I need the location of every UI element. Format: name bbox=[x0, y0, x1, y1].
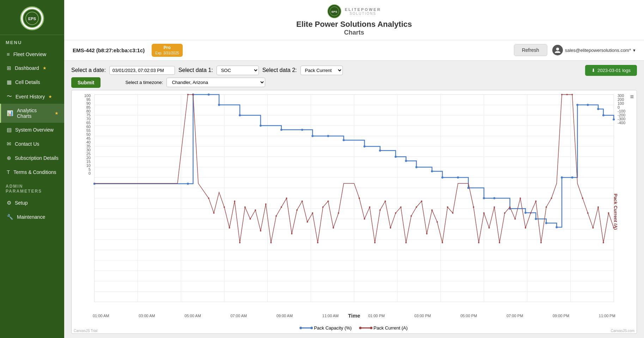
svg-point-83 bbox=[234, 200, 235, 202]
svg-point-95 bbox=[296, 209, 298, 211]
svg-point-140 bbox=[566, 94, 568, 95]
svg-point-108 bbox=[379, 209, 381, 211]
svg-point-142 bbox=[582, 197, 583, 199]
svg-point-67 bbox=[535, 218, 537, 220]
sidebar-item-system-overview[interactable]: ▤ System Overview bbox=[0, 123, 64, 137]
svg-point-86 bbox=[249, 218, 251, 219]
sidebar-item-maintenance[interactable]: 🔧 Maintenance bbox=[0, 210, 64, 224]
user-email: sales@elitepowersolutions.com* bbox=[565, 48, 631, 53]
sidebar-item-label: Setup bbox=[15, 200, 28, 206]
header-logo-icon: EPS bbox=[327, 4, 341, 18]
svg-text:EPS: EPS bbox=[332, 10, 338, 13]
svg-point-77 bbox=[187, 94, 189, 95]
svg-point-87 bbox=[255, 209, 256, 211]
legend-label-current: Pack Current (A) bbox=[373, 325, 408, 331]
canvasjs-watermark-right: CanvasJS.com bbox=[611, 329, 634, 333]
logs-button[interactable]: ⬇ 2023-03-01 logs bbox=[585, 65, 637, 76]
svg-point-139 bbox=[561, 94, 563, 95]
svg-point-131 bbox=[515, 218, 516, 219]
svg-point-61 bbox=[457, 176, 459, 179]
svg-point-135 bbox=[535, 200, 536, 202]
svg-point-146 bbox=[603, 242, 604, 243]
user-info[interactable]: sales@elitepowersolutions.com* ▾ bbox=[552, 45, 636, 55]
sidebar-item-label: Contact Us bbox=[15, 141, 39, 147]
svg-point-53 bbox=[343, 139, 345, 141]
svg-point-49 bbox=[280, 128, 282, 131]
download-icon: ⬇ bbox=[591, 68, 595, 73]
timezone-select[interactable]: Chandler, Arizona UTC US/Eastern US/Cent… bbox=[166, 78, 265, 87]
page-title-line2: Charts bbox=[73, 29, 636, 36]
sidebar-item-label: Analytics Charts bbox=[17, 108, 51, 119]
svg-point-72 bbox=[576, 104, 578, 106]
svg-point-90 bbox=[270, 242, 272, 243]
menu-label: MENU bbox=[0, 35, 64, 47]
sidebar-item-fleet-overview[interactable]: ≡ Fleet Overview bbox=[0, 47, 64, 61]
page-header: EPS ELITEPOWER SOLUTIONS Elite Power Sol… bbox=[64, 0, 644, 40]
svg-point-48 bbox=[260, 125, 262, 127]
submit-button[interactable]: Submit bbox=[71, 77, 101, 88]
svg-point-120 bbox=[442, 242, 443, 243]
svg-point-43 bbox=[187, 182, 189, 185]
svg-point-136 bbox=[540, 242, 542, 243]
date-label: Select a date: bbox=[71, 67, 106, 73]
refresh-button[interactable]: Refresh bbox=[514, 44, 547, 56]
svg-point-104 bbox=[359, 197, 360, 199]
svg-point-129 bbox=[504, 212, 505, 213]
device-id-label: EMS-442 (b8:27:eb:ba:c3:1c) bbox=[73, 47, 145, 53]
analytics-charts-icon: 📊 bbox=[7, 110, 13, 116]
data2-select[interactable]: Pack Current SOC Voltage Temperature bbox=[300, 66, 343, 75]
sidebar-item-label: Cell Details bbox=[15, 79, 40, 85]
svg-point-64 bbox=[493, 197, 496, 199]
svg-point-111 bbox=[395, 212, 396, 213]
sidebar-item-contact-us[interactable]: ✉ Contact Us bbox=[0, 137, 64, 151]
sidebar-item-cell-details[interactable]: ▦ Cell Details bbox=[0, 75, 64, 89]
sidebar-item-label: Subscription Details bbox=[15, 155, 59, 161]
svg-point-124 bbox=[478, 242, 479, 243]
svg-point-91 bbox=[275, 215, 277, 217]
logs-label: 2023-03-01 logs bbox=[597, 68, 631, 73]
sidebar-item-label: Event History bbox=[16, 94, 45, 99]
legend-pack-current: Pack Current (A) bbox=[360, 325, 408, 331]
svg-point-71 bbox=[571, 176, 573, 179]
subscription-icon: ⊕ bbox=[7, 155, 11, 161]
svg-point-84 bbox=[239, 242, 241, 243]
svg-point-118 bbox=[431, 209, 433, 211]
svg-point-55 bbox=[379, 149, 381, 151]
svg-point-132 bbox=[520, 197, 521, 199]
svg-point-115 bbox=[416, 206, 417, 208]
svg-point-103 bbox=[338, 212, 339, 213]
pro-expiry: Exp. 3/31/2025 bbox=[155, 51, 179, 55]
svg-point-85 bbox=[244, 206, 246, 208]
svg-point-148 bbox=[613, 227, 614, 228]
chart-area: Select a date: Select data 1: SOC Voltag… bbox=[64, 61, 644, 338]
dashboard-icon: ⊞ bbox=[7, 65, 11, 71]
data1-select[interactable]: SOC Voltage Temperature Pack Current bbox=[217, 66, 259, 75]
svg-point-92 bbox=[281, 206, 282, 208]
sidebar-item-terms-conditions[interactable]: T Terms & Conditions bbox=[0, 165, 64, 179]
logo-svg: EPS bbox=[22, 8, 42, 28]
chart-legend: Pack Capacity (%) Pack Current (A) bbox=[300, 325, 408, 331]
svg-point-68 bbox=[545, 222, 547, 224]
legend-color-red bbox=[360, 327, 371, 328]
svg-point-74 bbox=[597, 108, 599, 110]
sidebar-item-subscription-details[interactable]: ⊕ Subscription Details bbox=[0, 151, 64, 165]
chart-svg bbox=[72, 90, 637, 333]
sidebar-item-setup[interactable]: ⚙ Setup bbox=[0, 196, 64, 210]
svg-point-123 bbox=[473, 206, 474, 208]
svg-point-125 bbox=[483, 212, 485, 213]
date-input[interactable] bbox=[109, 66, 175, 75]
toolbar: EMS-442 (b8:27:eb:ba:c3:1c) Pro Exp. 3/3… bbox=[64, 40, 644, 61]
sidebar-item-event-history[interactable]: 〜 Event History ★ bbox=[0, 89, 64, 104]
svg-point-60 bbox=[441, 176, 443, 179]
svg-point-52 bbox=[327, 135, 329, 137]
svg-point-101 bbox=[327, 200, 329, 202]
sidebar-item-dashboard[interactable]: ⊞ Dashboard ★ bbox=[0, 61, 64, 75]
svg-point-76 bbox=[613, 118, 615, 120]
sidebar-item-label: Maintenance bbox=[17, 214, 45, 220]
svg-point-50 bbox=[301, 128, 303, 131]
sidebar-item-label: Dashboard bbox=[15, 65, 39, 71]
svg-point-88 bbox=[260, 230, 261, 231]
sidebar-item-analytics-charts[interactable]: 📊 Analytics Charts ★ bbox=[0, 104, 64, 123]
svg-point-66 bbox=[524, 212, 527, 214]
svg-point-42 bbox=[93, 182, 96, 185]
